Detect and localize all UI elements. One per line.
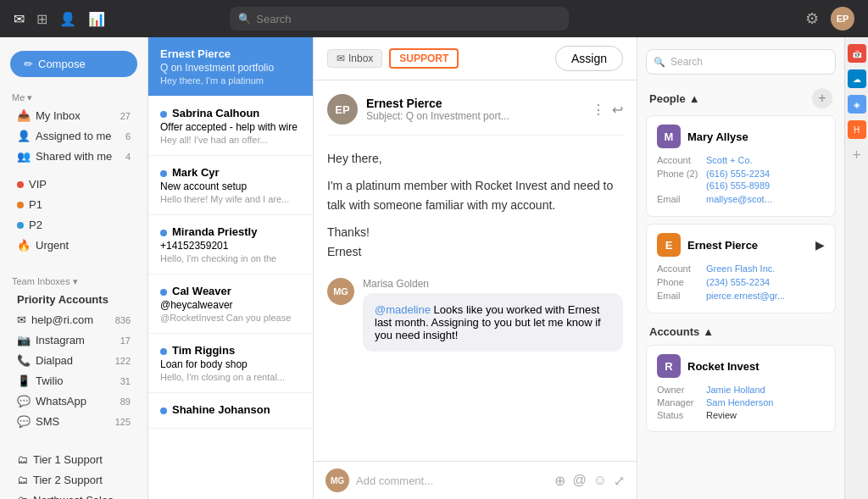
support-tag[interactable]: SUPPORT xyxy=(389,48,459,69)
arrow-right-icon: ▶ xyxy=(815,238,825,252)
email-inbox-icon: ✉ xyxy=(17,313,26,326)
integration-strip-icon[interactable]: ◈ xyxy=(848,95,866,114)
more-options-icon[interactable]: ⋮ xyxy=(592,102,605,118)
add-icon[interactable]: ⊕ xyxy=(554,473,565,489)
conv-item-sabrina[interactable]: Sabrina Calhoun Offer accepted - help wi… xyxy=(148,97,313,156)
people-section-title[interactable]: People ▲ xyxy=(649,92,700,105)
sidebar-item-helpri[interactable]: ✉ help@ri.com 836 xyxy=(5,310,142,330)
sidebar: ✏ Compose Me ▾ 📥 My Inbox 27 👤 Assigned … xyxy=(0,37,148,499)
assign-button[interactable]: Assign xyxy=(555,46,623,71)
top-search-bar: 🔍 xyxy=(230,7,569,30)
emoji-icon[interactable]: ☺ xyxy=(593,473,607,489)
sidebar-item-dialpad[interactable]: 📞 Dialpad 122 xyxy=(5,351,142,370)
gear-icon[interactable]: ⚙ xyxy=(805,9,819,28)
sidebar-item-priority[interactable]: Priority Accounts xyxy=(5,290,142,309)
account-icon-rocket: R xyxy=(657,354,681,378)
message-actions: ⋮ ↩ xyxy=(592,102,623,118)
twilio-icon: 📱 xyxy=(17,374,31,387)
reply-sender-avatar: MG xyxy=(327,278,354,305)
people-section-header: People ▲ + xyxy=(637,83,844,112)
contact-card-ernest: E Ernest Pierce ▶ Account Green Flash In… xyxy=(646,224,836,313)
sender-avatar: EP xyxy=(327,94,358,125)
sidebar-item-p1[interactable]: P1 xyxy=(5,195,142,214)
conversation-toolbar: ✉ Inbox SUPPORT Assign xyxy=(314,37,637,80)
sidebar-item-twilio[interactable]: 📱 Twilio 31 xyxy=(5,371,142,391)
fire-icon: 🔥 xyxy=(17,239,31,252)
conv-item-mark[interactable]: Mark Cyr New account setup Hello there! … xyxy=(148,156,313,215)
calendar-strip-icon[interactable]: 📅 xyxy=(848,44,866,63)
search-icon: 🔍 xyxy=(238,13,251,25)
contact-detail-email-ernest: Email pierce.ernest@gr... xyxy=(657,291,825,301)
mail-icon[interactable]: ✉ xyxy=(14,11,25,27)
unread-indicator xyxy=(160,289,167,296)
reply-icon[interactable]: ↩ xyxy=(612,102,623,118)
sidebar-item-instagram[interactable]: 📷 Instagram 17 xyxy=(5,330,142,350)
contact-card-mary: M Mary Allyse Account Scott + Co. Phone … xyxy=(646,115,836,217)
hubspot-strip-icon[interactable]: H xyxy=(848,120,866,139)
bottom-section: 🗂 Tier 1 Support 🗂 Tier 2 Support 🗂 Nort… xyxy=(0,446,147,499)
conv-item-tim[interactable]: Tim Riggins Loan for body shop Hello, I'… xyxy=(148,334,313,393)
add-strip-icon[interactable]: + xyxy=(848,146,866,164)
unread-indicator xyxy=(160,170,167,177)
team-section-label[interactable]: Team Inboxes ▾ xyxy=(0,273,147,289)
expand-icon[interactable]: ⤢ xyxy=(614,473,625,489)
sidebar-item-shared[interactable]: 👥 Shared with me 4 xyxy=(5,147,142,166)
inbox-tag[interactable]: ✉ Inbox xyxy=(327,49,382,68)
at-icon[interactable]: @ xyxy=(572,473,586,489)
account-detail-manager: Manager Sam Henderson xyxy=(657,397,825,408)
labels-section: VIP P1 P2 🔥 Urgent xyxy=(0,170,147,259)
comment-input[interactable] xyxy=(356,474,548,487)
right-panel: 🔍 People ▲ + M Mary Allyse Account Scott… xyxy=(637,37,844,499)
sidebar-item-whatsapp[interactable]: 💬 WhatsApp 89 xyxy=(5,391,142,411)
message-body: Hey there, I'm a platinum member with Ro… xyxy=(327,149,623,261)
chevron-up-icon: ▲ xyxy=(689,92,700,105)
conv-item-miranda[interactable]: Miranda Priestly +14152359201 Hello, I'm… xyxy=(148,215,313,274)
sidebar-item-tier2[interactable]: 🗂 Tier 2 Support xyxy=(5,470,142,490)
conv-item-ernest[interactable]: Ernest Pierce Q on Investment portfolio … xyxy=(148,37,313,97)
message-header-info: Ernest Pierce Subject: Q on Investment p… xyxy=(366,97,509,122)
p2-dot xyxy=(17,222,24,229)
conv-item-shahine[interactable]: Shahine Johanson xyxy=(148,393,313,429)
sidebar-item-urgent[interactable]: 🔥 Urgent xyxy=(5,236,142,255)
accounts-section-title[interactable]: Accounts ▲ xyxy=(649,325,714,338)
nav-icon-group: ✉ ⊞ 👤 📊 xyxy=(14,11,105,27)
unread-indicator xyxy=(160,408,167,414)
p1-dot xyxy=(17,202,24,208)
right-search-icon: 🔍 xyxy=(654,57,665,68)
chart-icon[interactable]: 📊 xyxy=(88,11,105,27)
contact-detail-account: Account Scott + Co. xyxy=(657,155,825,165)
sidebar-item-vip[interactable]: VIP xyxy=(5,175,142,194)
reply-bubble: @madeline Looks like you worked with Ern… xyxy=(363,293,623,352)
sidebar-item-my-inbox[interactable]: 📥 My Inbox 27 xyxy=(5,106,142,125)
tier1-icon: 🗂 xyxy=(17,453,28,466)
compose-button[interactable]: ✏ Compose xyxy=(10,51,137,77)
nav-right-group: ⚙ EP xyxy=(805,7,854,30)
sidebar-item-nw-sales[interactable]: 🗂 Northwest Sales xyxy=(5,491,142,499)
layout-icon[interactable]: ⊞ xyxy=(36,11,47,27)
add-contact-button[interactable]: + xyxy=(812,88,832,108)
user-avatar[interactable]: EP xyxy=(831,7,854,30)
contact-detail-phone1: Phone (2) (616) 555-2234 (616) 555-8989 xyxy=(657,169,825,191)
unread-indicator xyxy=(160,348,167,355)
sidebar-item-sms[interactable]: 💬 SMS 125 xyxy=(5,412,142,431)
salesforce-strip-icon[interactable]: ☁ xyxy=(848,69,866,88)
compose-icon: ✏ xyxy=(24,58,33,70)
nw-sales-icon: 🗂 xyxy=(17,494,28,499)
conv-item-cal[interactable]: Cal Weaver @heycalweaver @RocketInvest C… xyxy=(148,274,313,334)
reply-author: Marisa Golden xyxy=(363,278,623,290)
message-header: EP Ernest Pierce Subject: Q on Investmen… xyxy=(327,94,623,136)
tier2-icon: 🗂 xyxy=(17,474,28,486)
vip-dot xyxy=(17,181,24,188)
sidebar-item-tier1[interactable]: 🗂 Tier 1 Support xyxy=(5,450,142,469)
sms-icon: 💬 xyxy=(17,415,31,428)
me-section-label[interactable]: Me ▾ xyxy=(0,89,147,105)
sidebar-item-p2[interactable]: P2 xyxy=(5,215,142,235)
sidebar-item-assigned[interactable]: 👤 Assigned to me 6 xyxy=(5,126,142,146)
top-search-input[interactable] xyxy=(256,13,560,25)
right-search-input[interactable] xyxy=(670,56,828,68)
contact-detail-phone-ernest: Phone (234) 555-2234 xyxy=(657,277,825,287)
comment-action-icons: ⊕ @ ☺ ⤢ xyxy=(554,473,625,489)
user-icon[interactable]: 👤 xyxy=(59,11,76,27)
comment-bar: MG ⊕ @ ☺ ⤢ xyxy=(314,461,637,499)
accounts-section: Accounts ▲ R Rocket Invest Owner Jamie H… xyxy=(637,320,844,432)
